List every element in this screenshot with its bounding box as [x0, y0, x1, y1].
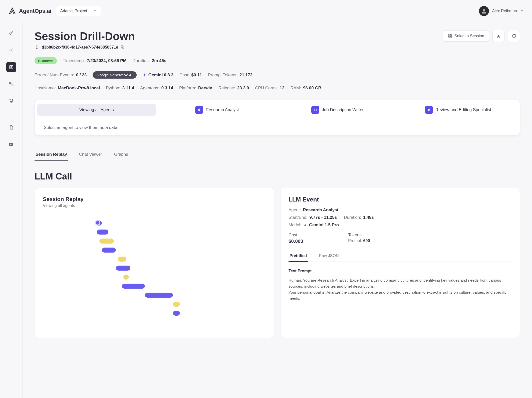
llm-event-title: LLM Event	[289, 196, 512, 203]
cost-block-label: Cost	[289, 233, 303, 238]
cost-label: Cost:	[179, 73, 189, 78]
collapse-button[interactable]	[492, 30, 504, 42]
gantt-bar[interactable]	[173, 311, 180, 316]
ram-item: RAM: 96.00 GB	[291, 86, 321, 91]
gantt-bar[interactable]	[102, 248, 116, 253]
gantt-bar[interactable]	[97, 230, 108, 235]
agent-tab-all[interactable]: Viewing all Agents	[37, 104, 156, 116]
gantt-bar[interactable]	[145, 293, 173, 298]
llm-event-panel: LLM Event Agent: Research Analyst Start/…	[280, 188, 520, 338]
prompt-heading: Text Prompt	[289, 269, 512, 273]
release-value: 23.3.0	[237, 86, 249, 91]
tab-session-replay[interactable]: Session Replay	[35, 149, 68, 161]
gantt-bar[interactable]	[173, 302, 180, 307]
refresh-button[interactable]	[508, 30, 520, 42]
cpu-label: CPU Cores:	[255, 86, 278, 91]
hostname-item: HostName: MacBook-Pro-8.local	[35, 86, 100, 91]
timestamp-value: 7/23/2024, 03:59 PM	[87, 58, 127, 63]
inner-tabs: Prettified Raw JSON	[289, 251, 512, 262]
timestamp-label: Timestamp:	[63, 58, 85, 63]
llm-agent-label: Agent:	[289, 208, 301, 213]
errors-label: Errors / Num Events:	[35, 73, 74, 78]
hostname-value: MacBook-Pro-8.local	[58, 86, 100, 91]
llm-agent-row: Agent: Research Analyst	[289, 208, 512, 213]
tab-chat-viewer[interactable]: Chat Viewer	[78, 149, 103, 161]
duration-value: 2m 46s	[152, 58, 166, 63]
svg-point-1	[10, 33, 11, 35]
gantt-start-dot[interactable]	[95, 220, 100, 226]
sidebar	[0, 22, 23, 398]
meta-row-2: Errors / Num Events: 0 / 23 Google Gener…	[35, 71, 520, 79]
sidebar-divider	[5, 114, 18, 114]
panels: Session Replay Viewing all agents LLM Ev…	[35, 188, 520, 338]
svg-rect-14	[450, 37, 451, 38]
copy-icon[interactable]	[120, 45, 125, 50]
svg-point-6	[10, 99, 10, 100]
ram-value: 96.00 GB	[303, 86, 321, 91]
agent-icon	[311, 106, 319, 114]
section-title: LLM Call	[35, 171, 520, 182]
python-item: Python: 3.11.4	[106, 86, 134, 91]
inner-tab-prettified[interactable]: Prettified	[289, 251, 308, 262]
llm-agent-value: Research Analyst	[303, 208, 338, 213]
llm-duration-label: Duration:	[344, 215, 361, 220]
inner-tab-raw-json[interactable]: Raw JSON	[318, 251, 340, 262]
cost-value: $0.11	[191, 73, 202, 78]
key-icon	[9, 31, 14, 36]
model-item: ✦ Gemini 0.8.3	[143, 72, 173, 78]
main: Session Drill-Down ID: d3b86b2c-f930-4d1…	[23, 22, 532, 398]
sidebar-item-sessions[interactable]	[6, 62, 16, 72]
logo-icon	[8, 7, 17, 15]
prompt-tokens-label: Prompt Tokens:	[208, 73, 237, 78]
gantt-bar[interactable]	[99, 239, 114, 244]
gantt-chart[interactable]	[43, 221, 266, 326]
platform-item: Platform: Darwin	[179, 86, 212, 91]
gantt-bar[interactable]	[118, 257, 126, 262]
agentops-item: Agentops: 0.3.14	[140, 86, 173, 91]
llm-duration-value: 1.48s	[363, 215, 374, 220]
prompt-section: Text Prompt Human: You are Research Anal…	[289, 269, 512, 301]
agent-tab-label: Review and Editing Specialist	[435, 107, 491, 112]
cost-tokens-row: Cost $0.003 Tokens Prompt: 600	[289, 233, 512, 244]
platform-value: Darwin	[198, 86, 212, 91]
sidebar-item-docs[interactable]	[6, 122, 16, 132]
project-selector-label: Adam's Project	[60, 9, 87, 13]
svg-rect-12	[450, 34, 451, 36]
sidebar-item-flow[interactable]	[6, 79, 16, 89]
agents-card: Viewing all Agents Research Analyst Job …	[35, 100, 520, 135]
tokens-block: Tokens Prompt: 600	[348, 233, 370, 244]
hostname-label: HostName:	[35, 86, 56, 91]
meta-row-3: HostName: MacBook-Pro-8.local Python: 3.…	[35, 86, 520, 91]
prompt-body-1: Human: You are Research Analyst. Expert …	[289, 277, 512, 289]
tab-graphs[interactable]: Graphs	[113, 149, 129, 161]
session-id-row: ID: d3b86b2c-f930-4d17-aee7-674e6858371e	[35, 45, 135, 50]
sidebar-item-branch[interactable]	[6, 96, 16, 106]
select-session-button[interactable]: Select a Session	[443, 31, 489, 42]
llm-model-value: Gemini 1.5 Pro	[309, 223, 339, 228]
agentops-value: 0.3.14	[161, 86, 173, 91]
avatar[interactable]	[479, 6, 489, 16]
llm-timing-row: Start/End: 9.77s - 11.25s Duration: 1.48…	[289, 215, 512, 223]
sparkle-icon: ✦	[303, 223, 307, 228]
user-chevron-down-icon[interactable]	[520, 9, 524, 13]
sidebar-item-discord[interactable]	[6, 139, 16, 149]
sidebar-item-keys[interactable]	[6, 28, 16, 38]
project-selector[interactable]: Adam's Project	[56, 6, 101, 16]
svg-rect-2	[10, 65, 13, 69]
gantt-bar[interactable]	[116, 266, 130, 271]
cost-block-value: $0.003	[289, 239, 303, 244]
prompt-tokens-item: Prompt Tokens: 21,172	[208, 73, 252, 78]
tokens-block-label: Tokens	[348, 233, 370, 238]
svg-point-7	[12, 99, 13, 100]
username: Alex Reibman	[492, 9, 517, 13]
agent-tab-review[interactable]: Review and Editing Specialist	[399, 102, 517, 117]
topbar-right: Alex Reibman	[479, 6, 524, 16]
gantt-bar[interactable]	[122, 284, 145, 289]
agent-tab-research[interactable]: Research Analyst	[158, 102, 277, 117]
brand-logo[interactable]: AgentOps.ai	[8, 7, 52, 15]
agent-tab-writer[interactable]: Job Description Writer	[278, 102, 397, 117]
svg-rect-16	[314, 109, 316, 111]
sidebar-item-analytics[interactable]	[6, 45, 16, 55]
gantt-bar[interactable]	[123, 275, 129, 280]
tokens-prompt-value: 600	[363, 239, 370, 243]
